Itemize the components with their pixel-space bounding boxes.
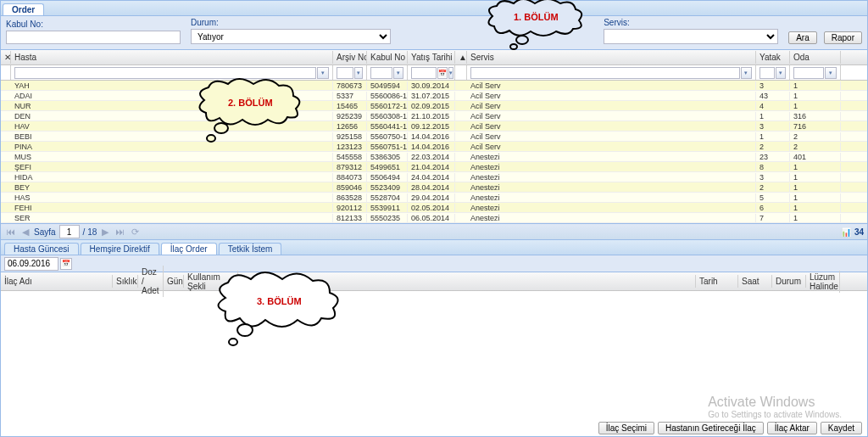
table-row[interactable]: HAS863528552870429.04.2014Anestezi51 [1, 193, 867, 203]
col-durum[interactable]: Durum [772, 275, 806, 288]
top-tab-bar: Order [1, 1, 867, 16]
svg-point-6 [237, 324, 253, 336]
filter-tarih-dd[interactable]: ▾ [448, 67, 453, 79]
calendar-icon[interactable]: 📅 [437, 67, 448, 79]
first-page-icon[interactable]: ⏮ [4, 227, 17, 237]
pager-label: Sayfa [34, 227, 56, 237]
table-row[interactable]: HAV126565560441-109.12.2015Acil Serv3716 [1, 121, 867, 132]
ara-button[interactable]: Ara [788, 31, 817, 44]
date-bar: 📅 [1, 255, 867, 272]
tab-tetkik-istem[interactable]: Tetkik İstem [219, 243, 282, 255]
col-aciklama[interactable]: Açıklama [238, 275, 696, 288]
filter-kabul[interactable] [370, 67, 392, 79]
table-row[interactable]: SER812133555023506.05.2014Anestezi71 [1, 213, 867, 223]
filter-hasta-dd[interactable]: ▾ [317, 67, 329, 79]
sub-tab-bar: Hasta Güncesi Hemşire Direktif İlaç Orde… [1, 240, 867, 255]
col-oda[interactable]: Oda [790, 51, 841, 64]
col-doz-adet[interactable]: Doz / Adet [138, 266, 164, 297]
servis-select[interactable] [604, 29, 778, 44]
tab-hasta-guncesi[interactable]: Hasta Güncesi [4, 243, 79, 255]
filter-panel: Kabul No: Durum: Yatıyor Servis: Ara Rap… [1, 16, 867, 50]
filter-arsiv[interactable] [337, 67, 353, 79]
chart-icon[interactable]: 📊 [841, 227, 851, 237]
filter-tarih[interactable] [411, 67, 437, 79]
grid-header: ✕ Hasta Arşiv No Kabul No Yatış Tarihi ▲… [1, 50, 867, 65]
table-row[interactable]: NUR154655560172-102.09.2015Acil Serv41 [1, 101, 867, 111]
table-row[interactable]: ŞEFI879312549965121.04.2014Anestezi81 [1, 162, 867, 172]
filter-oda-dd[interactable]: ▾ [825, 67, 837, 79]
table-row[interactable]: PINA1231235560751-114.04.2016Acil Serv22 [1, 142, 867, 152]
table-row[interactable]: BEBI9251585560750-114.04.2016Acil Serv12 [1, 132, 867, 142]
filter-hasta[interactable] [14, 67, 316, 79]
grid-body: YAH780673504959430.09.2014Acil Serv31ADA… [1, 81, 867, 223]
table-row[interactable]: FEHI920112553991102.05.2014Anestezi61 [1, 203, 867, 213]
col-hasta[interactable]: Hasta [11, 51, 333, 64]
pager-count: 34 [854, 227, 864, 237]
table-row[interactable]: MUS545558538630522.03.2014Anestezi23401 [1, 152, 867, 162]
page-input[interactable] [59, 225, 80, 238]
filter-yatak-dd[interactable]: ▾ [776, 67, 786, 79]
tab-ilac-order[interactable]: İlaç Order [161, 243, 217, 255]
table-row[interactable]: YAH780673504959430.09.2014Acil Serv31 [1, 81, 867, 91]
col-kullanim-sekli[interactable]: Kullanım Şekli [184, 271, 238, 293]
pager-total: / 18 [83, 227, 97, 237]
col-ilac-adi[interactable]: İlaç Adı [1, 275, 113, 288]
date-calendar-icon[interactable]: 📅 [60, 258, 72, 270]
col-kabul-no[interactable]: Kabul No [367, 51, 408, 64]
filter-kabul-dd[interactable]: ▾ [393, 67, 403, 79]
col-saat[interactable]: Saat [738, 275, 772, 288]
durum-label: Durum: [191, 18, 394, 27]
kaydet-button[interactable]: Kaydet [821, 422, 862, 434]
svg-point-7 [229, 339, 237, 345]
col-servis[interactable]: Servis [467, 51, 756, 64]
table-row[interactable]: HIDA884073550649424.04.2014Anestezi31 [1, 172, 867, 182]
pager: ⏮ ◀ Sayfa / 18 ▶ ⏭ ⟳ 📊 34 [1, 223, 867, 240]
col-yatak[interactable]: Yatak [756, 51, 790, 64]
col-yatis-tarihi[interactable]: Yatış Tarihi [408, 51, 455, 64]
servis-label: Servis: [604, 18, 782, 27]
bottom-grid-header: İlaç Adı Sıklık Doz / Adet Gün Kullanım … [1, 272, 867, 291]
filter-yatak[interactable] [760, 67, 775, 79]
footer-buttons: İlaç Seçimi Hastanın Getireceği İlaç İla… [598, 422, 862, 434]
kabul-no-input[interactable] [6, 31, 181, 44]
filter-oda[interactable] [793, 67, 824, 79]
table-row[interactable]: ADAI53375560086-131.07.2015Acil Serv431 [1, 91, 867, 101]
filter-servis-dd[interactable]: ▾ [741, 67, 752, 79]
grid-filter-row: ▾ ▾ ▾ 📅▾ ▾ ▾ ▾ [1, 65, 867, 81]
rapor-button[interactable]: Rapor [824, 31, 862, 44]
tab-hemsire-direktif[interactable]: Hemşire Direktif [81, 243, 159, 255]
col-sort-icon[interactable]: ▲ [455, 51, 467, 64]
refresh-icon[interactable]: ⟳ [130, 227, 141, 238]
durum-select[interactable]: Yatıyor [191, 29, 391, 44]
windows-watermark: Activate Windows Go to Settings to activ… [708, 395, 842, 419]
filter-servis[interactable] [470, 67, 740, 79]
date-input[interactable] [4, 257, 58, 271]
col-luzum-halinde[interactable]: Lüzum Halinde [806, 271, 840, 293]
ilac-secimi-button[interactable]: İlaç Seçimi [598, 422, 654, 434]
next-page-icon[interactable]: ▶ [100, 227, 110, 238]
table-row[interactable]: DEN9252395560308-121.10.2015Acil Serv131… [1, 111, 867, 121]
last-page-icon[interactable]: ⏭ [114, 227, 126, 237]
hastanin-getirecegi-button[interactable]: Hastanın Getireceği İlaç [658, 422, 764, 434]
table-row[interactable]: BEY859046552340928.04.2014Anestezi21 [1, 182, 867, 193]
ilac-aktar-button[interactable]: İlaç Aktar [767, 422, 817, 434]
col-siklik[interactable]: Sıklık [113, 275, 138, 288]
svg-text:3. BÖLÜM: 3. BÖLÜM [257, 296, 302, 306]
col-arsiv-no[interactable]: Arşiv No [333, 51, 367, 64]
filter-arsiv-dd[interactable]: ▾ [354, 67, 363, 79]
close-column-icon[interactable]: ✕ [1, 51, 11, 64]
col-gun[interactable]: Gün [164, 275, 184, 288]
col-tarih[interactable]: Tarih [696, 275, 738, 288]
kabul-no-label: Kabul No: [6, 20, 184, 29]
tab-order[interactable]: Order [3, 3, 44, 15]
prev-page-icon[interactable]: ◀ [20, 227, 31, 238]
